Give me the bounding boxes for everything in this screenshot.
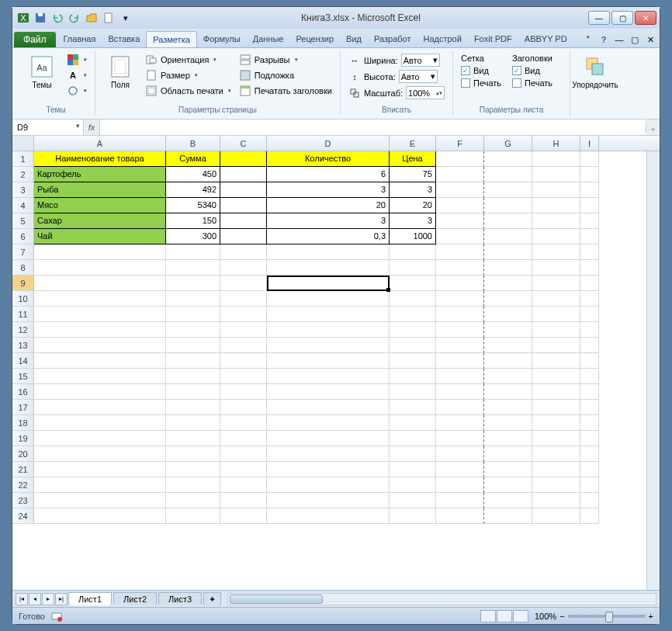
cell-G15[interactable] bbox=[484, 369, 532, 384]
undo-icon[interactable] bbox=[50, 10, 65, 26]
cell-E2[interactable]: 75 bbox=[390, 167, 436, 182]
cell-I14[interactable] bbox=[580, 353, 599, 369]
theme-colors-button[interactable]: ▾ bbox=[65, 53, 88, 67]
cell-B23[interactable] bbox=[166, 493, 220, 508]
cell-I12[interactable] bbox=[580, 322, 599, 338]
cell-H10[interactable] bbox=[532, 291, 580, 307]
cell-H5[interactable] bbox=[532, 213, 580, 229]
row-header-18[interactable]: 18 bbox=[12, 415, 34, 431]
open-icon[interactable] bbox=[84, 10, 99, 26]
formula-input[interactable] bbox=[99, 120, 646, 135]
cell-B13[interactable] bbox=[166, 338, 220, 353]
row-header-17[interactable]: 17 bbox=[12, 400, 34, 415]
cell-B15[interactable] bbox=[166, 369, 220, 384]
cell-I6[interactable] bbox=[580, 229, 599, 244]
print-area-button[interactable]: Область печати▾ bbox=[144, 84, 233, 98]
cell-I4[interactable] bbox=[580, 198, 599, 213]
cell-A20[interactable] bbox=[34, 446, 166, 462]
fx-icon[interactable]: fx bbox=[84, 123, 99, 132]
cell-D2[interactable]: 6 bbox=[267, 167, 390, 182]
print-titles-button[interactable]: Печатать заголовки bbox=[237, 84, 334, 98]
cell-A5[interactable]: Сахар bbox=[34, 213, 166, 229]
cell-B1[interactable]: Сумма bbox=[166, 151, 220, 167]
cell-H16[interactable] bbox=[532, 384, 580, 400]
cell-F16[interactable] bbox=[436, 384, 484, 400]
cell-H6[interactable] bbox=[532, 229, 580, 244]
cell-C24[interactable] bbox=[220, 508, 267, 524]
cell-H18[interactable] bbox=[532, 415, 580, 431]
scale-control[interactable]: Масштаб:100%▴▾ bbox=[347, 85, 446, 100]
cell-E24[interactable] bbox=[390, 508, 436, 524]
cell-B10[interactable] bbox=[166, 291, 220, 307]
cell-B22[interactable] bbox=[166, 477, 220, 493]
ribbon-tab-4[interactable]: Данные bbox=[247, 31, 290, 47]
row-header-4[interactable]: 4 bbox=[12, 198, 34, 213]
vertical-scrollbar[interactable] bbox=[646, 151, 660, 590]
cell-A11[interactable] bbox=[34, 307, 166, 322]
cell-I24[interactable] bbox=[580, 508, 599, 524]
cell-I8[interactable] bbox=[580, 260, 599, 276]
cell-B18[interactable] bbox=[166, 415, 220, 431]
cell-A21[interactable] bbox=[34, 462, 166, 477]
file-tab[interactable]: Файл bbox=[14, 32, 56, 47]
cell-E4[interactable]: 20 bbox=[390, 198, 436, 213]
cell-A14[interactable] bbox=[34, 353, 166, 369]
sheet-nav-last-icon[interactable]: ▸| bbox=[55, 593, 68, 605]
cell-F12[interactable] bbox=[436, 322, 484, 338]
cell-D19[interactable] bbox=[267, 431, 390, 446]
cell-H22[interactable] bbox=[532, 477, 580, 493]
cell-C16[interactable] bbox=[220, 384, 267, 400]
page-break-view-button[interactable] bbox=[513, 610, 528, 622]
close-button[interactable]: ✕ bbox=[635, 11, 656, 25]
cell-G6[interactable] bbox=[484, 229, 532, 244]
cell-D14[interactable] bbox=[267, 353, 390, 369]
zoom-control[interactable]: 100% − + bbox=[535, 612, 653, 621]
row-header-23[interactable]: 23 bbox=[12, 493, 34, 508]
row-header-19[interactable]: 19 bbox=[12, 431, 34, 446]
cell-I17[interactable] bbox=[580, 400, 599, 415]
cell-E11[interactable] bbox=[390, 307, 436, 322]
cell-A23[interactable] bbox=[34, 493, 166, 508]
cell-A7[interactable] bbox=[34, 244, 166, 260]
row-header-22[interactable]: 22 bbox=[12, 477, 34, 493]
cell-D12[interactable] bbox=[267, 322, 390, 338]
cell-C2[interactable] bbox=[220, 167, 267, 182]
cell-B19[interactable] bbox=[166, 431, 220, 446]
horizontal-scrollbar[interactable] bbox=[227, 593, 656, 605]
ribbon-tab-9[interactable]: Foxit PDF bbox=[468, 31, 518, 47]
cell-B16[interactable] bbox=[166, 384, 220, 400]
ribbon-tab-10[interactable]: ABBYY PD bbox=[518, 31, 573, 47]
sheet-tab-0[interactable]: Лист1 bbox=[68, 592, 112, 605]
maximize-button[interactable]: ▢ bbox=[611, 11, 633, 25]
cell-A19[interactable] bbox=[34, 431, 166, 446]
cell-D11[interactable] bbox=[267, 307, 390, 322]
column-header-G[interactable]: G bbox=[484, 136, 532, 151]
ribbon-tab-3[interactable]: Формулы bbox=[197, 31, 247, 47]
orientation-button[interactable]: Ориентация▾ bbox=[144, 53, 233, 67]
cell-B9[interactable] bbox=[166, 276, 220, 291]
cell-B6[interactable]: 300 bbox=[166, 229, 220, 244]
excel-icon[interactable]: X bbox=[16, 10, 31, 26]
cell-E21[interactable] bbox=[390, 462, 436, 477]
row-header-8[interactable]: 8 bbox=[12, 260, 34, 276]
cell-C7[interactable] bbox=[220, 244, 267, 260]
cell-G10[interactable] bbox=[484, 291, 532, 307]
cell-H9[interactable] bbox=[532, 276, 580, 291]
cell-H15[interactable] bbox=[532, 369, 580, 384]
cell-C8[interactable] bbox=[220, 260, 267, 276]
headings-print-checkbox[interactable]: Печать bbox=[511, 78, 563, 88]
cell-C17[interactable] bbox=[220, 400, 267, 415]
cell-A4[interactable]: Мясо bbox=[34, 198, 166, 213]
new-icon[interactable] bbox=[101, 10, 116, 26]
cell-C20[interactable] bbox=[220, 446, 267, 462]
headings-view-checkbox[interactable]: ✓Вид bbox=[511, 65, 563, 76]
cell-B2[interactable]: 450 bbox=[166, 167, 220, 182]
cell-F5[interactable] bbox=[436, 213, 484, 229]
row-header-7[interactable]: 7 bbox=[12, 244, 34, 260]
cell-G2[interactable] bbox=[484, 167, 532, 182]
cell-G8[interactable] bbox=[484, 260, 532, 276]
cell-I18[interactable] bbox=[580, 415, 599, 431]
help-icon[interactable]: ? bbox=[596, 32, 611, 47]
cell-B4[interactable]: 5340 bbox=[166, 198, 220, 213]
cell-G4[interactable] bbox=[484, 198, 532, 213]
